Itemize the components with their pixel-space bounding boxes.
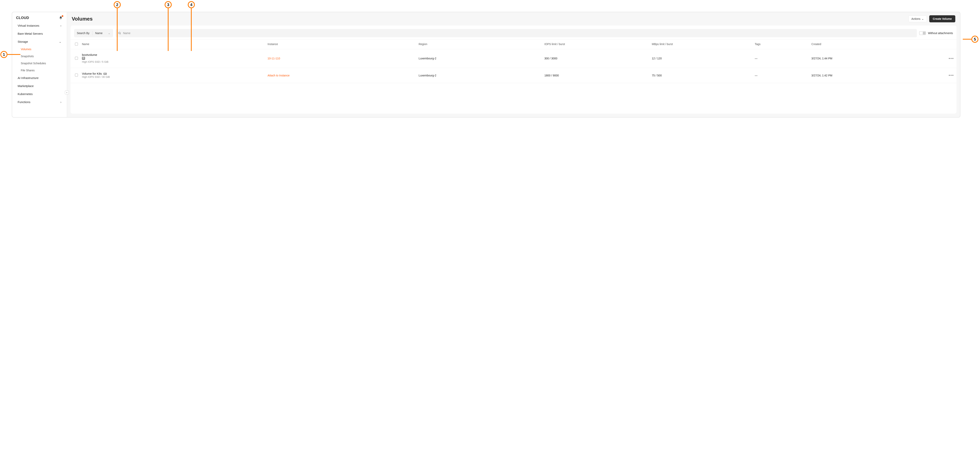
cell-instance: Attach to Instance [266, 68, 417, 83]
callout-4: 4 [188, 1, 195, 8]
app-frame: CLOUD Virtual Instances › Bare Metal Ser… [12, 12, 960, 118]
sidebar-subitem-volumes[interactable]: Volumes [12, 46, 67, 53]
chevron-left-icon: ‹ [67, 91, 67, 94]
callout-3: 3 [165, 1, 172, 8]
sidebar-item-bare-metal[interactable]: Bare Metal Servers [12, 30, 67, 38]
col-created[interactable]: Created [810, 40, 947, 49]
sidebar-item-label: AI Infrastructure [18, 76, 38, 79]
cell-iops: 1800 / 9000 [542, 68, 650, 83]
volume-subinfo: ID High IOPS SSD / 5 GiB [82, 56, 264, 64]
search-input[interactable] [123, 32, 914, 35]
chevron-right-icon: › [60, 100, 61, 104]
page-title: Volumes [72, 16, 92, 22]
volume-name[interactable]: bootvolume [82, 53, 264, 56]
callout-5-line [963, 39, 971, 40]
cell-region: Luxembourg-2 [417, 68, 542, 83]
main-area: Volumes Actions ⌄ Create Volume Search B… [67, 12, 960, 117]
sidebar-collapse-button[interactable]: ‹ [65, 91, 69, 94]
actions-dropdown[interactable]: Actions ⌄ [908, 16, 927, 22]
sidebar-item-label: Kubernetes [18, 92, 33, 95]
toggle-knob [923, 32, 926, 35]
chevron-down-icon: ⌄ [921, 17, 924, 21]
sidebar-subitem-file-shares[interactable]: File Shares [12, 67, 67, 74]
sidebar-item-label: Storage [18, 40, 28, 43]
cell-created: 3/27/24, 1:44 PM [810, 49, 947, 68]
chevron-down-icon: ⌄ [108, 32, 110, 35]
callout-1: 1 [0, 51, 8, 58]
create-volume-label: Create Volume [933, 17, 952, 21]
volume-name-line: Volume for K8s ID [82, 72, 264, 75]
sidebar-subitem-label: Snapshots [21, 55, 34, 58]
cell-instance: 10-11-110 [266, 49, 417, 68]
svg-point-0 [119, 32, 120, 34]
sidebar-item-kubernetes[interactable]: Kubernetes [12, 90, 67, 98]
cell-iops: 300 / 3000 [542, 49, 650, 68]
sidebar-item-label: Bare Metal Servers [18, 32, 43, 35]
search-icon [118, 32, 121, 35]
sidebar-item-virtual-instances[interactable]: Virtual Instances › [12, 22, 67, 30]
table-header-row: Name Instance Region IOPS limit / burst … [70, 40, 956, 49]
notifications-bell[interactable] [59, 16, 63, 20]
table-row: Volume for K8s ID High IOPS SSD / 30 GiB… [70, 68, 956, 83]
attach-instance-link[interactable]: Attach to Instance [267, 74, 290, 77]
callout-5: 5 [971, 36, 978, 43]
col-mbps[interactable]: MBps limit / burst [650, 40, 753, 49]
sidebar-subitem-label: Snapshot Schedules [21, 62, 46, 65]
col-region[interactable]: Region [417, 40, 542, 49]
callout-3-line [168, 8, 169, 51]
id-chip-icon[interactable]: ID [82, 57, 85, 60]
page-header: Volumes Actions ⌄ Create Volume [67, 12, 960, 25]
svg-line-1 [120, 33, 121, 34]
col-iops[interactable]: IOPS limit / burst [542, 40, 650, 49]
row-actions-menu[interactable]: ••• [949, 56, 954, 60]
id-chip-icon[interactable]: ID [103, 73, 107, 75]
sidebar-item-label: Functions [18, 100, 30, 104]
sidebar-subitem-label: Volumes [21, 48, 31, 51]
row-actions-menu[interactable]: ••• [949, 73, 954, 78]
search-by-label: Search By [77, 32, 89, 35]
callout-4-line [191, 8, 192, 51]
sidebar-subitem-snapshots[interactable]: Snapshots [12, 53, 67, 60]
sidebar-item-marketplace[interactable]: Marketplace [12, 82, 67, 90]
instance-link[interactable]: 10-11-110 [267, 57, 280, 60]
col-instance[interactable]: Instance [266, 40, 417, 49]
sidebar-subitem-label: File Shares [21, 69, 35, 72]
actions-label: Actions [912, 17, 920, 21]
header-actions: Actions ⌄ Create Volume [908, 15, 955, 22]
create-volume-button[interactable]: Create Volume [929, 15, 955, 22]
col-tags[interactable]: Tags [753, 40, 810, 49]
row-checkbox[interactable] [75, 73, 78, 76]
table-row: bootvolume ID High IOPS SSD / 5 GiB 10-1… [70, 49, 956, 68]
sidebar-item-label: Virtual Instances [18, 24, 40, 27]
volume-spec: High IOPS SSD / 30 GiB [82, 75, 110, 78]
search-field-value: Name [95, 32, 102, 35]
without-attachments-toggle[interactable]: Without attachments [919, 31, 953, 35]
select-all-checkbox[interactable] [75, 43, 78, 46]
content-card: Search By Name ⌄ Without attachments [70, 25, 956, 114]
search-input-wrap [115, 29, 917, 37]
volume-name[interactable]: Volume for K8s [82, 72, 102, 75]
volume-spec: High IOPS SSD / 5 GiB [82, 60, 108, 63]
cell-name: bootvolume ID High IOPS SSD / 5 GiB [80, 49, 266, 68]
callout-1-line [8, 54, 21, 55]
callout-2: 2 [114, 1, 121, 8]
sidebar-title: CLOUD [16, 16, 29, 20]
row-checkbox[interactable] [75, 57, 78, 60]
sidebar-item-ai-infrastructure[interactable]: AI Infrastructure [12, 74, 67, 82]
sidebar-item-functions[interactable]: Functions › [12, 98, 67, 106]
without-attachments-label: Without attachments [928, 32, 953, 35]
callout-2-line [117, 8, 118, 51]
notification-dot [62, 15, 63, 17]
col-name[interactable]: Name [80, 40, 266, 49]
sidebar: CLOUD Virtual Instances › Bare Metal Ser… [12, 12, 67, 117]
filter-bar: Search By Name ⌄ Without attachments [70, 25, 956, 40]
cell-mbps: 12 / 120 [650, 49, 753, 68]
sidebar-subitem-snapshot-schedules[interactable]: Snapshot Schedules [12, 60, 67, 67]
search-field-select[interactable]: Name ⌄ [95, 32, 110, 35]
sidebar-item-storage[interactable]: Storage ⌄ [12, 38, 67, 46]
toggle-switch [919, 31, 926, 35]
chevron-right-icon: › [60, 24, 61, 27]
cell-created: 3/27/24, 1:42 PM [810, 68, 947, 83]
volume-subinfo: High IOPS SSD / 30 GiB [82, 75, 264, 79]
chevron-down-icon: ⌄ [59, 40, 61, 43]
